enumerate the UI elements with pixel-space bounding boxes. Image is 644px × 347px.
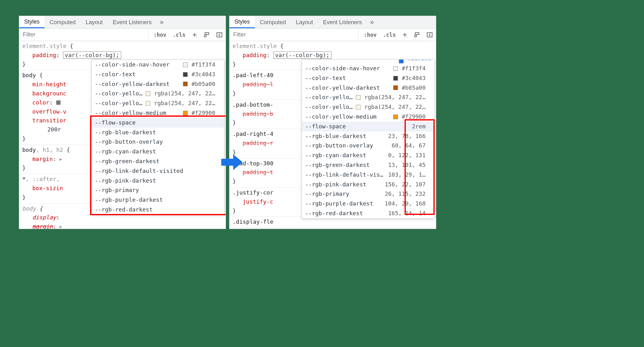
autocomplete-item-value: #f1f3f4	[191, 60, 215, 69]
autocomplete-item-name: --rgb-blue-darkest	[95, 128, 215, 137]
autocomplete-item-name: --rgb-link-default-visited	[95, 167, 215, 176]
autocomplete-row[interactable]: --flow-space2rem	[302, 122, 434, 131]
autocomplete-item-name: --rgb-button-overlay	[95, 137, 215, 147]
css-var-autocomplete-popup[interactable]: color side nav active #1a73e8 --color-si…	[302, 59, 435, 219]
tab-computed[interactable]: Computed	[45, 17, 81, 28]
autocomplete-row[interactable]: --rgb-button-overlay	[92, 137, 224, 147]
toggle-sidebar-icon[interactable]	[423, 29, 436, 41]
autocomplete-item-value: #3c4043	[191, 70, 215, 79]
autocomplete-row-truncated[interactable]: color side nav active #1a73e8	[302, 60, 434, 64]
autocomplete-row[interactable]: --rgb-button-overlay60, 64, 67	[302, 141, 434, 151]
styles-filter-input[interactable]	[19, 29, 148, 40]
tab-bar: Styles Computed Layout Event Listeners »	[19, 16, 226, 29]
autocomplete-row[interactable]: --rgb-primary	[92, 185, 224, 195]
autocomplete-item-value: rgba(254, 247, 22…	[364, 103, 426, 112]
color-swatch-icon	[399, 60, 404, 63]
autocomplete-item-name: --rgb-cyan-darkest	[95, 147, 215, 156]
autocomplete-item-value: 23, 78, 166	[388, 132, 426, 141]
autocomplete-row[interactable]: --rgb-blue-darkest	[92, 128, 224, 137]
autocomplete-row[interactable]: --rgb-red-darkest	[92, 205, 224, 215]
css-var-autocomplete-popup[interactable]: --color-side-nav-hover#f1f3f4--color-tex…	[91, 60, 224, 215]
tab-styles[interactable]: Styles	[19, 16, 45, 28]
color-swatch-icon	[356, 105, 361, 109]
autocomplete-item-value: 156, 22, 107	[385, 180, 426, 189]
autocomplete-item-name: --color-yellow-lig…	[305, 93, 356, 102]
autocomplete-item-name: --rgb-purple-darkest	[305, 199, 383, 208]
autocomplete-row[interactable]: --color-yellow-darkest#b05a00	[92, 79, 224, 89]
autocomplete-item-name: --color-yellow-lig…	[95, 89, 146, 98]
css-property[interactable]: padding	[32, 52, 56, 58]
css-property[interactable]: padding	[243, 52, 266, 58]
autocomplete-row[interactable]: --color-side-nav-hover#f1f3f4	[302, 64, 434, 73]
tab-styles[interactable]: Styles	[229, 16, 255, 28]
autocomplete-item-value: rgba(254, 247, 22…	[154, 99, 215, 108]
hov-toggle[interactable]: :hov	[361, 29, 380, 41]
collapse-caret-icon[interactable]: ▶	[60, 224, 62, 229]
autocomplete-item-name: --color-text	[95, 70, 183, 79]
color-swatch-icon[interactable]	[56, 100, 61, 105]
autocomplete-item-value: #b05a00	[191, 80, 215, 89]
autocomplete-row[interactable]: --flow-space	[92, 118, 224, 128]
autocomplete-row[interactable]: --rgb-link-default-visited	[92, 166, 224, 176]
tab-layout[interactable]: Layout	[81, 17, 108, 28]
new-style-rule-icon[interactable]	[189, 29, 201, 41]
autocomplete-item-value: 104, 29, 168	[385, 199, 426, 208]
autocomplete-item-value: rgba(254, 247, 22…	[154, 89, 215, 98]
toggle-sidebar-icon[interactable]	[213, 29, 226, 41]
autocomplete-item-value: #f29900	[191, 109, 215, 118]
autocomplete-row[interactable]: --color-yellow-medium#f29900	[92, 108, 224, 118]
color-swatch-icon	[393, 85, 398, 90]
hov-toggle[interactable]: :hov	[150, 29, 169, 41]
color-swatch-icon	[183, 111, 188, 115]
autocomplete-item-name: --rgb-button-overlay	[305, 141, 390, 150]
more-tabs-icon[interactable]: »	[367, 18, 377, 26]
autocomplete-item-name: --color-yellow-ligh…	[95, 99, 146, 108]
autocomplete-row[interactable]: --color-yellow-medium#f29900	[302, 112, 434, 122]
tab-event-listeners[interactable]: Event Listeners	[318, 17, 367, 28]
collapse-caret-icon[interactable]: ▶	[60, 157, 62, 162]
styles-rules-area: element.style { padding: var(--color-bg)…	[19, 41, 226, 229]
autocomplete-row[interactable]: --rgb-link-default-visited…103, 29, 1…	[302, 170, 434, 180]
autocomplete-row[interactable]: --rgb-green-darkest13, 101, 45	[302, 160, 434, 170]
css-value-input[interactable]: var(--color-bg);	[63, 51, 121, 59]
autocomplete-row[interactable]: --rgb-primary26, 115, 232	[302, 189, 434, 199]
autocomplete-row[interactable]: --color-yellow-ligh…rgba(254, 247, 22…	[302, 102, 434, 112]
paint-brush-icon[interactable]	[201, 29, 213, 41]
more-tabs-icon[interactable]: »	[157, 18, 167, 26]
autocomplete-row[interactable]: --rgb-purple-darkest	[92, 195, 224, 205]
css-value-input[interactable]: var(--color-bg);	[273, 51, 331, 59]
autocomplete-row[interactable]: --rgb-green-darkest	[92, 157, 224, 166]
autocomplete-row[interactable]: --color-yellow-ligh…rgba(254, 247, 22…	[92, 99, 224, 108]
autocomplete-row[interactable]: --color-yellow-darkest#b05a00	[302, 83, 434, 93]
autocomplete-row[interactable]: --rgb-cyan-darkest	[92, 147, 224, 157]
autocomplete-row[interactable]: --rgb-blue-darkest23, 78, 166	[302, 131, 434, 141]
autocomplete-row[interactable]: --rgb-pink-darkest	[92, 176, 224, 186]
autocomplete-row[interactable]: --color-side-nav-hover#f1f3f4	[92, 60, 224, 70]
autocomplete-item-name: --flow-space	[305, 122, 410, 131]
new-style-rule-icon[interactable]	[399, 29, 411, 41]
tab-layout[interactable]: Layout	[291, 17, 318, 28]
styles-filter-input[interactable]	[229, 29, 359, 40]
autocomplete-item-name: --rgb-red-darkest	[305, 209, 386, 218]
tab-computed[interactable]: Computed	[255, 17, 291, 28]
autocomplete-item-name: --color-yellow-ligh…	[305, 103, 356, 112]
autocomplete-item-name: --color-yellow-medium	[305, 112, 393, 121]
autocomplete-row[interactable]: --rgb-pink-darkest156, 22, 107	[302, 180, 434, 190]
autocomplete-row[interactable]: --color-text#3c4043	[92, 70, 224, 79]
autocomplete-row[interactable]: --color-yellow-lig…rgba(254, 247, 22…	[302, 93, 434, 102]
autocomplete-row[interactable]: --rgb-cyan-darkest0, 122, 131	[302, 151, 434, 160]
autocomplete-row[interactable]: --rgb-purple-darkest104, 29, 168	[302, 199, 434, 209]
autocomplete-item-name: --flow-space	[95, 118, 215, 127]
autocomplete-row[interactable]: --rgb-red-darkest165, 14, 14	[302, 209, 434, 218]
autocomplete-item-value: 13, 101, 45	[388, 161, 426, 170]
cls-toggle[interactable]: .cls	[380, 29, 399, 41]
autocomplete-item-name: --color-side-nav-hover	[305, 64, 393, 73]
autocomplete-row[interactable]: --color-yellow-lig…rgba(254, 247, 22…	[92, 89, 224, 99]
cls-toggle[interactable]: .cls	[169, 29, 189, 41]
autocomplete-item-value: #3c4043	[402, 74, 426, 83]
paint-brush-icon[interactable]	[411, 29, 423, 41]
autocomplete-row[interactable]: --color-text#3c4043	[302, 73, 434, 83]
autocomplete-item-value: 2rem	[412, 122, 426, 131]
tab-bar: Styles Computed Layout Event Listeners »	[229, 16, 436, 29]
tab-event-listeners[interactable]: Event Listeners	[108, 17, 157, 28]
